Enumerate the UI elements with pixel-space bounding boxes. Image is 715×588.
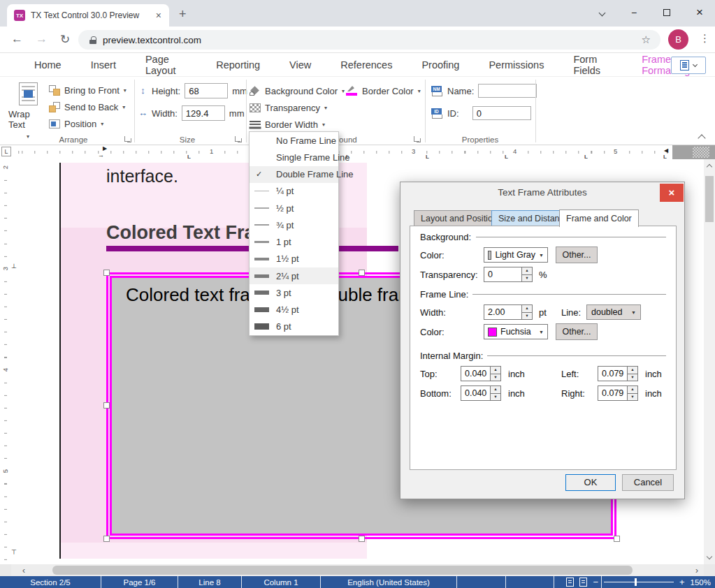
browser-tab[interactable]: TX TX Text Control 30.0 Preview × xyxy=(7,4,169,27)
width-input[interactable] xyxy=(182,105,225,121)
document-paragraph[interactable]: interface. xyxy=(106,166,178,186)
fit-page-icon[interactable] xyxy=(566,578,574,587)
ribbon-tab-permissions[interactable]: Permissions xyxy=(474,54,558,75)
ribbon-tab-form-fields[interactable]: Form Fields xyxy=(558,48,627,81)
menu-item[interactable]: 6 pt xyxy=(250,318,338,335)
background-dialog-launcher-icon[interactable] xyxy=(414,136,421,143)
window-menu-chevron-icon[interactable] xyxy=(591,4,612,21)
reload-icon[interactable]: ↻ xyxy=(60,32,70,47)
right-indent-marker[interactable]: ◀ xyxy=(664,147,668,154)
top-margin-marker[interactable]: ⊥ xyxy=(11,263,17,270)
transparency-spinner[interactable]: 0 ▲▼ xyxy=(484,267,533,282)
zoom-slider-thumb[interactable] xyxy=(635,578,637,586)
tab-stop-marker[interactable]: L xyxy=(663,154,667,160)
menu-item[interactable]: ¼ pt xyxy=(250,183,338,200)
url-text[interactable]: preview.textcontrol.com xyxy=(103,35,642,45)
left-indent-marker[interactable]: → xyxy=(98,152,104,159)
frame-width-spinner[interactable]: 2.00 ▲▼ xyxy=(484,304,533,320)
selection-handle[interactable] xyxy=(103,270,110,276)
selection-handle[interactable] xyxy=(614,536,620,542)
selection-handle[interactable] xyxy=(103,402,110,409)
scroll-up-icon[interactable] xyxy=(707,164,712,170)
bookmark-star-icon[interactable]: ☆ xyxy=(642,34,651,46)
size-dialog-launcher-icon[interactable] xyxy=(235,136,242,143)
ribbon-tab-home[interactable]: Home xyxy=(20,54,76,75)
zoom-slider[interactable] xyxy=(604,582,674,582)
menu-item[interactable]: 3 pt xyxy=(250,284,338,301)
bring-to-front-button[interactable]: Bring to Front ▾ xyxy=(49,82,127,98)
arrange-dialog-launcher-icon[interactable] xyxy=(124,136,131,143)
ribbon-tab-view[interactable]: View xyxy=(275,54,326,75)
collapse-ribbon-icon[interactable] xyxy=(698,134,705,142)
menu-item-selected[interactable]: ✓Double Frame Line xyxy=(250,166,338,183)
line-style-combobox[interactable]: doubled ▼ xyxy=(586,304,641,320)
vertical-scrollbar[interactable] xyxy=(704,159,715,564)
wrap-text-button[interactable]: Wrap Text ▾ xyxy=(8,80,48,140)
fit-width-icon[interactable] xyxy=(579,578,587,587)
zoom-out-icon[interactable]: − xyxy=(593,577,598,587)
selection-handle[interactable] xyxy=(359,270,365,276)
menu-item[interactable]: 4½ pt xyxy=(250,302,338,318)
ribbon-tab-page-layout[interactable]: Page Layout xyxy=(131,48,201,81)
background-color-button[interactable]: Background Color ▾ xyxy=(250,83,345,98)
back-icon[interactable]: ← xyxy=(11,32,23,46)
ribbon-view-switch-button[interactable] xyxy=(671,57,706,74)
dialog-tab-frame-color[interactable]: Frame and Color xyxy=(559,210,639,227)
right-margin-spinner[interactable]: 0.079 ▲▼ xyxy=(598,385,638,401)
border-color-button[interactable]: Border Color ▾ xyxy=(346,83,421,98)
height-input[interactable] xyxy=(185,83,228,98)
tab-close-icon[interactable]: × xyxy=(154,10,164,21)
ruler-corner-tab-button[interactable]: L xyxy=(1,147,11,156)
zoom-in-icon[interactable]: + xyxy=(679,577,685,587)
menu-item-highlighted[interactable]: 2¼ pt xyxy=(250,267,338,284)
name-input[interactable] xyxy=(478,84,537,98)
id-input[interactable] xyxy=(472,106,531,120)
send-to-back-button[interactable]: Send to Back ▾ xyxy=(49,99,125,115)
horizontal-scrollbar-thumb[interactable] xyxy=(52,566,633,575)
window-close-icon[interactable]: × xyxy=(689,4,710,21)
browser-menu-dots-icon[interactable]: ⋮ xyxy=(700,32,710,45)
horizontal-scrollbar[interactable]: ‹ › xyxy=(11,564,704,576)
new-tab-button[interactable]: + xyxy=(179,7,187,22)
vertical-scrollbar-thumb[interactable] xyxy=(705,176,714,222)
selection-handle[interactable] xyxy=(103,536,110,542)
tab-stop-marker[interactable]: L xyxy=(426,154,429,160)
background-color-combobox[interactable]: Light Gray ▼ xyxy=(484,247,548,263)
first-line-indent-marker[interactable]: ▶ xyxy=(103,145,107,152)
border-width-button[interactable]: Border Width ▾ xyxy=(250,117,325,132)
tab-stop-marker[interactable]: L xyxy=(505,154,508,160)
top-margin-spinner[interactable]: 0.040 ▲▼ xyxy=(461,366,501,381)
left-margin-spinner[interactable]: 0.079 ▲▼ xyxy=(598,366,638,381)
ribbon-tab-references[interactable]: References xyxy=(326,54,407,75)
menu-item[interactable]: Single Frame Line xyxy=(250,149,338,166)
menu-item[interactable]: 1½ pt xyxy=(250,251,338,267)
frame-color-combobox[interactable]: Fuchsia ▼ xyxy=(484,324,548,339)
window-minimize-icon[interactable]: − xyxy=(623,4,644,21)
tab-stop-marker[interactable]: L xyxy=(584,154,588,160)
tab-stop-marker[interactable]: L xyxy=(187,154,191,160)
scroll-right-icon[interactable]: › xyxy=(695,566,698,575)
window-maximize-icon[interactable] xyxy=(656,4,677,21)
selection-handle[interactable] xyxy=(359,536,365,542)
ribbon-tab-proofing[interactable]: Proofing xyxy=(407,54,474,75)
dialog-close-icon[interactable]: × xyxy=(660,184,684,202)
menu-item[interactable]: No Frame Line xyxy=(250,132,338,149)
menu-item[interactable]: 1 pt xyxy=(250,234,338,251)
bottom-margin-spinner[interactable]: 0.040 ▲▼ xyxy=(461,385,501,401)
background-other-button[interactable]: Other... xyxy=(556,247,598,263)
ribbon-tab-reporting[interactable]: Reporting xyxy=(201,54,275,75)
frame-color-other-button[interactable]: Other... xyxy=(556,323,598,340)
position-button[interactable]: Position ▾ xyxy=(49,116,103,131)
profile-avatar[interactable]: B xyxy=(668,29,688,50)
cancel-button[interactable]: Cancel xyxy=(622,474,674,491)
vertical-ruler[interactable]: 2 3 4 5 6 xyxy=(0,159,11,564)
menu-item[interactable]: ½ pt xyxy=(250,200,338,216)
zoom-level[interactable]: 150% xyxy=(691,578,711,587)
menu-item[interactable]: ¾ pt xyxy=(250,216,338,233)
ok-button[interactable]: OK xyxy=(565,474,616,491)
bottom-margin-marker[interactable]: ⊤ xyxy=(11,549,17,556)
scroll-down-icon[interactable] xyxy=(707,554,712,559)
url-bar[interactable]: preview.textcontrol.com ☆ xyxy=(78,30,660,50)
forward-icon[interactable]: → xyxy=(36,32,48,46)
transparency-button[interactable]: Transparency ▾ xyxy=(250,100,327,115)
